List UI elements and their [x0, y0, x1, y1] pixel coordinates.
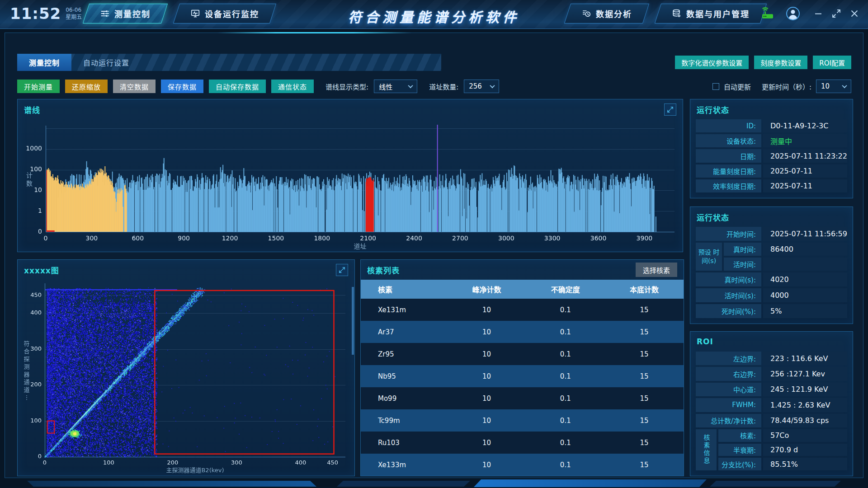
nav-measure-control[interactable]: 测量控制 — [83, 4, 168, 23]
field-value: 2025-07-11 11:23:22 — [763, 149, 847, 162]
nuclide-info-group: 核素信息核素:57Co半衰期:270.9 d分支比(%):85.51% — [696, 429, 847, 470]
table-row[interactable]: Mo99100.115 — [361, 387, 684, 409]
chevron-down-icon — [490, 83, 495, 88]
cell-value: 0.1 — [526, 306, 605, 314]
spectrum-chart[interactable] — [19, 119, 681, 251]
toolbar-button[interactable]: 通信状态 — [271, 80, 314, 93]
tab-action-button[interactable]: ROI配置 — [813, 56, 851, 69]
toolbar: 开始测量还原缩放清空数据保存数据自动保存数据通信状态 谱线显示类型: 线性 道址… — [17, 79, 851, 94]
system-tray — [760, 6, 800, 21]
coincidence-map-chart[interactable] — [19, 280, 353, 475]
channel-count-select[interactable]: 256 — [464, 80, 499, 93]
info-row: 总计数/净计数:78.44/59.83 cps — [696, 414, 847, 427]
field-label: 左边界: — [696, 352, 761, 365]
nav-label: 数据分析 — [596, 8, 632, 19]
field-value: 4000 — [763, 288, 847, 302]
expand-icon[interactable] — [664, 103, 676, 116]
table-row[interactable]: Ar37100.115 — [361, 321, 684, 343]
nuclide-name: Xe131m — [361, 306, 448, 314]
sliders-icon — [100, 9, 110, 19]
cell-value: 10 — [448, 372, 526, 380]
tab-auto-run-settings[interactable]: 自动运行设置 — [71, 54, 141, 71]
update-interval-label: 更新时间（秒）: — [762, 82, 811, 91]
tab-action-button[interactable]: 数字化谱仪参数设置 — [675, 56, 749, 69]
nav-data-user-management[interactable]: 数据与用户管理 — [655, 4, 767, 23]
field-label: 总计数/净计数: — [696, 414, 761, 427]
router-icon[interactable] — [760, 6, 775, 21]
nav-data-analysis[interactable]: 数据分析 — [564, 4, 649, 23]
app-title: 符合测量能谱分析软件 — [348, 6, 520, 26]
coincidence-map-header: xxxxx图 — [18, 260, 354, 280]
toolbar-button[interactable]: 保存数据 — [161, 80, 203, 93]
update-interval-select[interactable]: 10 — [816, 80, 851, 93]
cell-value: 15 — [605, 417, 684, 425]
roi-panel-title: ROI — [697, 337, 713, 346]
table-row[interactable]: Xe131m100.115 — [361, 299, 684, 321]
cell-value: 10 — [448, 306, 526, 314]
tab-measure-control[interactable]: 测量控制 — [17, 54, 71, 71]
nuclide-name: Ru103 — [361, 439, 448, 447]
update-interval-value: 10 — [821, 82, 830, 90]
info-row: 右边界:256 :127.1 Kev — [696, 367, 847, 380]
field-label: FWHM: — [696, 398, 761, 412]
table-row[interactable]: Ru103100.115 — [361, 432, 684, 454]
field-value: D0-11-A9-12-3C — [763, 119, 847, 132]
toolbar-button[interactable]: 清空数据 — [113, 80, 156, 93]
info-row: 分支比(%):85.51% — [718, 458, 847, 470]
info-row: 设备状态:测量中 — [696, 134, 847, 147]
spectrum-panel: 谱线 — [17, 99, 683, 252]
cell-value: 10 — [448, 328, 526, 336]
cell-value: 0.1 — [526, 372, 605, 380]
display-type-label: 谱线显示类型: — [326, 82, 368, 91]
run-status-1-header: 运行状态 — [690, 99, 853, 119]
tab-action-button[interactable]: 刻度参数设置 — [754, 56, 807, 69]
info-row: 效率刻度日期:2025-07-11 — [696, 179, 847, 192]
coincidence-map-title: xxxxx图 — [24, 264, 59, 276]
field-value: 85.51% — [763, 458, 847, 470]
field-value: 86400 — [763, 243, 847, 256]
field-label: 日期: — [696, 149, 761, 162]
toolbar-button[interactable]: 还原缩放 — [65, 80, 108, 93]
toolbar-button[interactable]: 开始测量 — [17, 80, 60, 93]
auto-update-checkbox[interactable] — [712, 83, 719, 90]
field-label: 活时间: — [724, 258, 761, 271]
field-value: 78.44/59.83 cps — [763, 414, 847, 427]
table-row[interactable]: Nb95100.115 — [361, 365, 684, 387]
window-controls — [813, 8, 860, 19]
field-label: 效率刻度日期: — [696, 179, 761, 192]
table-row[interactable]: Tc99m100.115 — [361, 409, 684, 432]
table-row[interactable]: Zr95100.115 — [361, 343, 684, 365]
info-row: ID:D0-11-A9-12-3C — [696, 119, 847, 132]
status-panel-2-body: 开始时间:2025-07-11 11:56:59预设 时间(s)真时间:8640… — [696, 227, 847, 318]
tab-actions: 数字化谱仪参数设置刻度参数设置ROI配置 — [675, 56, 851, 69]
expand-icon[interactable] — [336, 264, 348, 276]
user-avatar-icon[interactable] — [786, 6, 800, 21]
footer-bar — [474, 479, 707, 487]
cell-value: 0.1 — [526, 350, 605, 358]
cell-value: 0.1 — [526, 417, 605, 425]
maximize-button[interactable] — [831, 8, 842, 19]
auto-update-label: 自动更新 — [724, 82, 751, 91]
nav-device-monitor[interactable]: 设备运行监控 — [173, 4, 276, 23]
minimize-button[interactable] — [813, 8, 824, 19]
field-value: 2025-07-11 — [763, 179, 847, 192]
nuclide-name: Mo99 — [361, 394, 448, 403]
scatter-scrollbar[interactable] — [352, 287, 354, 355]
info-row: 活时间(s):4000 — [696, 288, 847, 302]
cell-value: 15 — [605, 461, 684, 469]
channel-count-value: 256 — [469, 82, 482, 90]
nuclide-list-panel: 核素列表 选择核素 核素峰净计数不确定度本底计数 Xe131m100.115Ar… — [360, 259, 684, 476]
nuclide-name: Tc99m — [361, 417, 448, 425]
select-nuclide-button[interactable]: 选择核素 — [636, 263, 677, 277]
field-value: 256 :127.1 Kev — [763, 367, 847, 380]
cell-value: 15 — [605, 394, 684, 403]
display-type-select[interactable]: 线性 — [374, 80, 417, 93]
nav-label: 测量控制 — [114, 8, 151, 19]
run-status-panel-2: 运行状态 开始时间:2025-07-11 11:56:59预设 时间(s)真时间… — [690, 206, 853, 324]
cell-value: 0.1 — [526, 461, 605, 469]
table-row[interactable]: Xe133m100.115 — [361, 454, 684, 476]
close-button[interactable] — [849, 8, 860, 19]
info-row: 活时间: — [724, 258, 847, 271]
toolbar-button[interactable]: 自动保存数据 — [209, 80, 266, 93]
cell-value: 15 — [605, 372, 684, 380]
